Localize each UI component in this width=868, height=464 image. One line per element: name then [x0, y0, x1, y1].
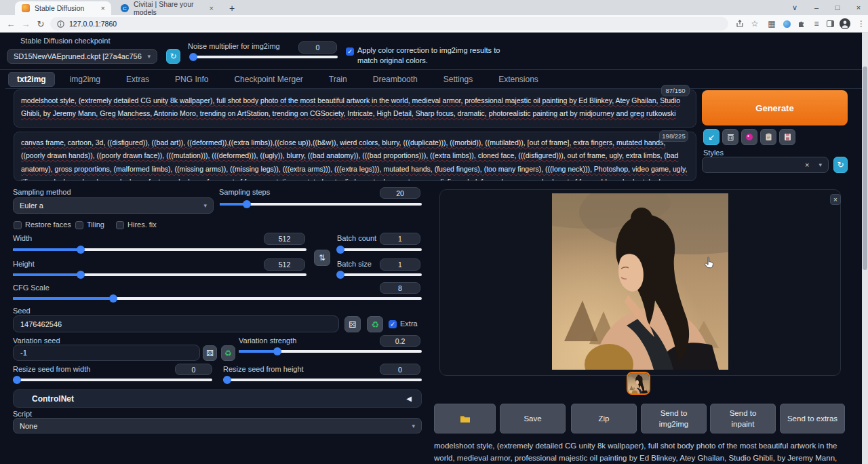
styles-label: Styles	[703, 149, 724, 157]
close-gallery-button[interactable]: ×	[830, 194, 841, 205]
tab-txt2img[interactable]: txt2img	[8, 72, 55, 87]
prompt-textarea[interactable]: modelshoot style, (extremely detailed CG…	[14, 90, 696, 128]
batch-size-value[interactable]: 1	[380, 258, 420, 271]
restore-faces-checkbox[interactable]	[14, 221, 22, 229]
tiling-checkbox[interactable]	[75, 221, 83, 229]
swap-dimensions-button[interactable]: ⇅	[314, 250, 330, 266]
generated-image[interactable]	[552, 193, 728, 370]
variation-seed-label: Variation seed	[13, 336, 60, 345]
window-maximize-button[interactable]: □	[828, 1, 847, 14]
save-button[interactable]: Save	[500, 404, 566, 433]
paste-parameters-button[interactable]: ↙	[703, 129, 719, 145]
reading-list-button[interactable]: ≡	[810, 17, 823, 31]
tab-close-icon[interactable]: ×	[210, 4, 214, 12]
variation-strength-slider[interactable]	[239, 347, 422, 355]
negative-prompt-textarea[interactable]: canvas frame, cartoon, 3d, ((disfigured)…	[14, 132, 696, 181]
tab-extras[interactable]: Extras	[115, 72, 160, 87]
new-tab-button[interactable]: +	[224, 1, 240, 15]
style-palette-button[interactable]	[741, 129, 757, 145]
url-text: 127.0.0.1:7860	[69, 20, 117, 28]
tab-png-info[interactable]: PNG Info	[164, 72, 219, 87]
batch-count-value[interactable]: 1	[380, 233, 420, 245]
width-value[interactable]: 512	[264, 233, 305, 245]
profile-avatar[interactable]	[838, 17, 852, 31]
page-scrollbar[interactable]	[862, 33, 868, 464]
zip-button[interactable]: Zip	[571, 404, 637, 433]
styles-refresh-button[interactable]: ↻	[833, 157, 848, 173]
script-label: Script	[13, 410, 32, 418]
close-icon: ×	[856, 3, 861, 12]
noise-multiplier-slider[interactable]	[191, 53, 338, 61]
tab-train[interactable]: Train	[318, 72, 358, 87]
cfg-scale-slider[interactable]	[13, 294, 422, 303]
tab-img2img[interactable]: img2img	[59, 72, 111, 87]
browser-tab-stable-diffusion[interactable]: Stable Diffusion ×	[15, 1, 111, 15]
window-minimize-button[interactable]: –	[807, 1, 826, 14]
apply-style-button[interactable]	[760, 129, 776, 145]
noise-multiplier-label: Noise multiplier for img2img	[188, 42, 280, 50]
tab-checkpoint-merger[interactable]: Checkpoint Merger	[223, 72, 313, 87]
send-to-extras-button[interactable]: Send to extras	[780, 404, 845, 433]
extensions-puzzle-button[interactable]	[795, 17, 808, 31]
send-to-img2img-button[interactable]: Send to img2img	[641, 404, 707, 433]
window-chevron-button[interactable]: ∨	[785, 1, 804, 14]
variation-random-seed-button[interactable]: ⚄	[203, 345, 217, 361]
browser-menu-button[interactable]: ⋮	[854, 17, 868, 31]
reuse-seed-button[interactable]: ♻	[367, 316, 383, 332]
back-button[interactable]: ←	[4, 17, 18, 31]
seed-input[interactable]	[13, 315, 339, 332]
address-bar[interactable]: 127.0.0.1:7860	[50, 17, 728, 31]
batch-count-slider[interactable]	[337, 246, 422, 254]
script-dropdown[interactable]: None ▾	[13, 418, 422, 433]
height-value[interactable]: 512	[264, 258, 305, 271]
tab-close-icon[interactable]: ×	[101, 4, 105, 12]
sampling-steps-value[interactable]: 20	[380, 187, 420, 199]
share-button[interactable]	[733, 17, 747, 31]
browser-tab-civitai[interactable]: C Civitai | Share your models ×	[114, 1, 220, 15]
batch-size-slider[interactable]	[337, 271, 422, 279]
tab-dreambooth[interactable]: Dreambooth	[362, 72, 429, 87]
window-close-button[interactable]: ×	[849, 1, 868, 14]
variation-strength-value[interactable]: 0.2	[380, 335, 420, 347]
variation-reuse-seed-button[interactable]: ♻	[221, 345, 235, 361]
extension-dot-button[interactable]	[780, 17, 793, 31]
height-slider[interactable]	[13, 271, 307, 279]
extension-grid-button[interactable]: ▦	[765, 17, 778, 31]
save-style-button[interactable]	[779, 129, 795, 145]
sampling-steps-slider[interactable]	[220, 200, 422, 208]
send-to-inpaint-button[interactable]: Send to inpaint	[710, 404, 776, 433]
floppy-save-icon	[784, 133, 791, 141]
resize-seed-height-slider[interactable]	[223, 376, 422, 384]
controlnet-accordion[interactable]: ControlNet ◀	[13, 389, 422, 408]
clear-prompt-button[interactable]	[722, 129, 738, 145]
resize-seed-width-slider[interactable]	[13, 376, 212, 384]
noise-multiplier-value[interactable]: 0	[298, 41, 337, 54]
checkpoint-refresh-button[interactable]: ↻	[166, 49, 180, 64]
side-panel-button[interactable]	[823, 17, 837, 31]
open-folder-button[interactable]	[434, 404, 496, 433]
color-correction-checkbox[interactable]: ✓	[346, 47, 354, 56]
sampling-method-dropdown[interactable]: Euler a ▾	[13, 197, 214, 214]
random-seed-button[interactable]: ⚄	[344, 316, 361, 332]
cfg-scale-value[interactable]: 8	[380, 282, 420, 294]
resize-seed-height-value[interactable]: 0	[380, 364, 420, 375]
bookmark-star-button[interactable]: ☆	[748, 17, 762, 31]
variation-seed-input[interactable]	[13, 345, 200, 361]
extra-seed-checkbox[interactable]: ✓	[389, 320, 397, 328]
info-icon[interactable]	[57, 20, 64, 28]
generate-button[interactable]: Generate	[702, 90, 848, 125]
clear-styles-icon[interactable]: ×	[805, 161, 809, 169]
styles-dropdown[interactable]: × ▾	[702, 157, 829, 173]
gallery-thumbnail[interactable]	[627, 372, 650, 395]
checkpoint-dropdown[interactable]: SD15NewVAEpruned.ckpt [27a4ac756c] ▾	[7, 49, 157, 64]
reload-button[interactable]: ↻	[34, 17, 47, 31]
resize-seed-width-value[interactable]: 0	[175, 364, 212, 375]
extra-label: Extra	[400, 320, 418, 328]
hires-fix-checkbox[interactable]	[116, 221, 124, 229]
width-slider[interactable]	[13, 246, 307, 254]
scrollbar-thumb[interactable]	[863, 66, 867, 270]
tab-settings[interactable]: Settings	[433, 72, 484, 87]
tab-extensions[interactable]: Extensions	[488, 72, 549, 87]
forward-button[interactable]: →	[19, 17, 33, 31]
close-icon: ×	[833, 196, 837, 204]
